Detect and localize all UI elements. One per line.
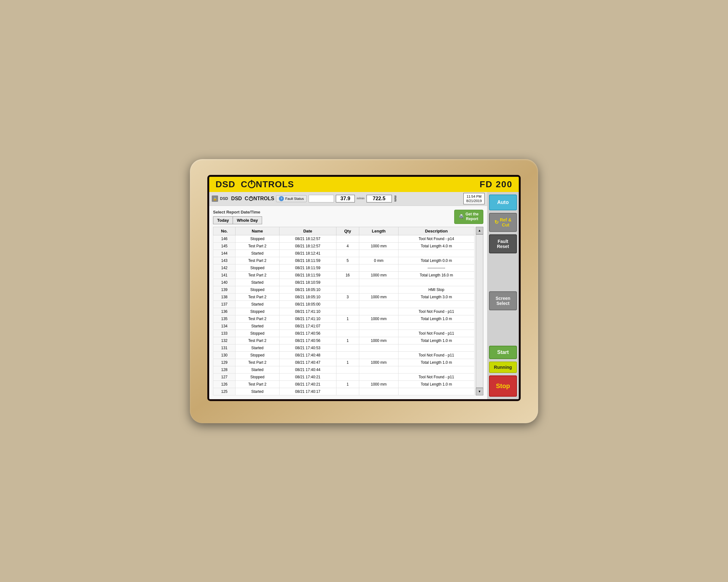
cell-description (398, 344, 474, 352)
cell-no: 145 (213, 242, 235, 250)
cell-no: 146 (213, 235, 235, 242)
fault-reset-button[interactable]: FaultReset (489, 234, 517, 253)
fault-info-icon: ? (279, 196, 284, 201)
cell-qty (336, 388, 359, 395)
cell-description: Total Length 4.0 m (398, 242, 474, 250)
time-line: 11:54 PM (466, 194, 482, 199)
cell-name: Stopped (235, 330, 279, 337)
cell-length (359, 373, 398, 381)
cell-date: 08/21 17:40:48 (279, 352, 336, 359)
table-row: 136Stopped08/21 17:41:10Tool Not Found -… (213, 308, 474, 315)
screen-select-button[interactable]: ScreenSelect (489, 291, 517, 310)
cell-length: 1000 mm (359, 293, 398, 301)
fault-status-button[interactable]: ? Fault Status (276, 195, 307, 202)
report-title: Select Report Date/Time (213, 210, 262, 215)
cell-no: 136 (213, 308, 235, 315)
table-row: 135Test Part 208/21 17:41:1011000 mmTota… (213, 315, 474, 322)
cell-no: 142 (213, 264, 235, 271)
left-panel: 🔒 DSD DSD CNTROLS ? Fault Status 37.9 m/… (209, 192, 487, 399)
scroll-track (476, 234, 483, 388)
cell-no: 141 (213, 271, 235, 279)
cell-qty (336, 308, 359, 315)
small-dsd-logo: DSD CNTROLS (231, 196, 274, 201)
cell-length (359, 388, 398, 395)
cell-description: Tool Not Found - p14 (398, 235, 474, 242)
cell-description: Total Length 1.0 m (398, 315, 474, 322)
col-header-length: Length (359, 227, 398, 235)
cell-name: Test Part 2 (235, 315, 279, 322)
cell-name: Test Part 2 (235, 271, 279, 279)
cell-qty (336, 352, 359, 359)
cell-qty: 16 (336, 271, 359, 279)
top-header-bar: DSD CNTROLS FD 200 (209, 177, 519, 192)
cell-no: 129 (213, 359, 235, 366)
cell-name: Test Part 2 (235, 257, 279, 264)
cell-no: 140 (213, 279, 235, 286)
cell-description: Total Length 0.0 m (398, 257, 474, 264)
report-area: Select Report Date/Time Today Whole Day … (209, 206, 487, 399)
fault-display-box (309, 195, 334, 202)
cell-length (359, 352, 398, 359)
cell-description (398, 250, 474, 257)
cell-date: 08/21 18:05:10 (279, 293, 336, 301)
cell-qty (336, 344, 359, 352)
cell-no: 133 (213, 330, 235, 337)
auto-button[interactable]: Auto (489, 195, 517, 210)
printer-icon: 🖨️ (459, 214, 464, 219)
cell-no: 144 (213, 250, 235, 257)
cell-date: 08/21 18:11:59 (279, 264, 336, 271)
screen-select-label: ScreenSelect (496, 296, 511, 306)
main-content: 🔒 DSD DSD CNTROLS ? Fault Status 37.9 m/… (209, 192, 519, 399)
table-row: 143Test Part 208/21 18:11:5950 mmTotal L… (213, 257, 474, 264)
cell-qty: 3 (336, 293, 359, 301)
cell-description (398, 322, 474, 330)
cell-qty (336, 279, 359, 286)
cell-name: Test Part 2 (235, 337, 279, 344)
cell-no: 135 (213, 315, 235, 322)
cell-date: 08/21 18:05:00 (279, 301, 336, 308)
cell-qty (336, 264, 359, 271)
status-bar: 🔒 DSD DSD CNTROLS ? Fault Status 37.9 m/… (209, 192, 487, 206)
cell-name: Stopped (235, 235, 279, 242)
model-label: FD 200 (479, 179, 513, 190)
table-row: 141Test Part 208/21 18:11:59161000 mmTot… (213, 271, 474, 279)
lock-icon: 🔒 (212, 195, 218, 202)
cell-name: Test Part 2 (235, 359, 279, 366)
filter-whole-day-button[interactable]: Whole Day (233, 216, 262, 224)
table-container: No. Name Date Qty Length Description (213, 227, 474, 395)
date-line: 8/21/2019 (466, 199, 482, 203)
cell-length: 1000 mm (359, 359, 398, 366)
cell-description: Total Length 16.0 m (398, 271, 474, 279)
ref-cut-button[interactable]: ↻ Ref &Cut (489, 213, 517, 232)
col-header-description: Description (398, 227, 474, 235)
get-report-button[interactable]: 🖨️ Get theReport (454, 210, 483, 224)
cell-description: Total Length 1.0 m (398, 381, 474, 388)
cell-qty (336, 322, 359, 330)
cell-length (359, 366, 398, 373)
get-report-label: Get theReport (466, 212, 478, 222)
length-value-display: 722.5 (366, 195, 392, 202)
scroll-down-button[interactable]: ▼ (476, 388, 483, 395)
cell-date: 08/21 18:12:57 (279, 242, 336, 250)
cell-date: 08/21 18:11:59 (279, 257, 336, 264)
report-filter-section: Select Report Date/Time Today Whole Day (213, 210, 262, 224)
refresh-icon: ↻ (494, 219, 498, 225)
cell-length (359, 286, 398, 293)
cell-qty (336, 235, 359, 242)
cell-no: 134 (213, 322, 235, 330)
scroll-up-button[interactable]: ▲ (476, 227, 483, 234)
cell-description (398, 366, 474, 373)
start-button[interactable]: Start (489, 346, 517, 359)
fault-reset-label: FaultReset (497, 239, 509, 249)
cell-no: 126 (213, 381, 235, 388)
spacer1 (489, 256, 517, 286)
table-row: 145Test Part 208/21 18:12:5741000 mmTota… (213, 242, 474, 250)
cell-date: 08/21 18:10:59 (279, 279, 336, 286)
table-row: 130Stopped08/21 17:40:48Tool Not Found -… (213, 352, 474, 359)
report-header: Select Report Date/Time Today Whole Day … (213, 210, 483, 224)
stop-button[interactable]: Stop (489, 376, 517, 397)
filter-today-button[interactable]: Today (213, 216, 233, 224)
cell-length: 1000 mm (359, 242, 398, 250)
cell-qty: 1 (336, 359, 359, 366)
table-row: 144Started08/21 18:12:41 (213, 250, 474, 257)
